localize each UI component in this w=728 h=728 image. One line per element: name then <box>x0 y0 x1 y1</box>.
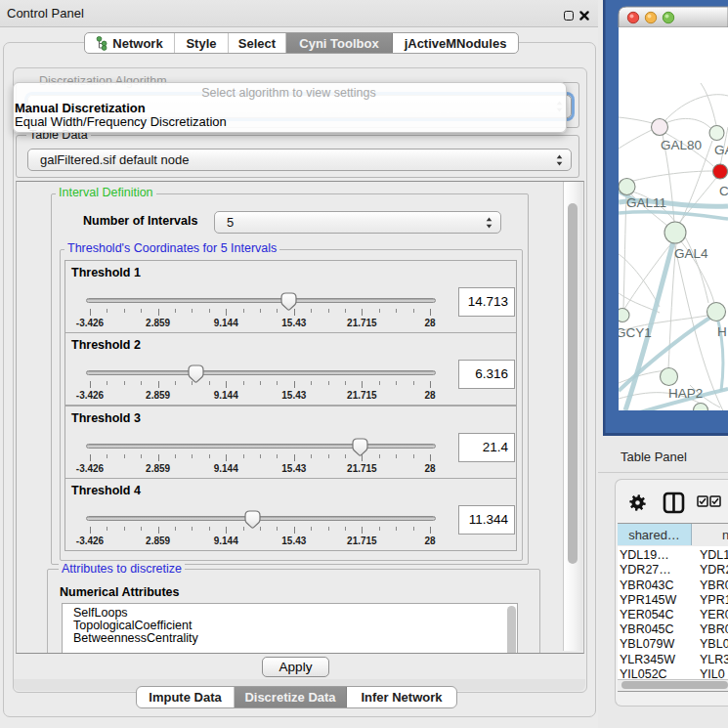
svg-text:GAL11: GAL11 <box>626 195 666 210</box>
svg-text:HAP2: HAP2 <box>668 386 703 401</box>
svg-text:GA: GA <box>714 143 728 157</box>
svg-text:C: C <box>719 184 728 198</box>
svg-text:GCY1: GCY1 <box>616 325 652 340</box>
svg-text:GAL80: GAL80 <box>661 138 702 152</box>
svg-text:H: H <box>717 324 727 339</box>
svg-text:GAL4: GAL4 <box>674 246 708 261</box>
